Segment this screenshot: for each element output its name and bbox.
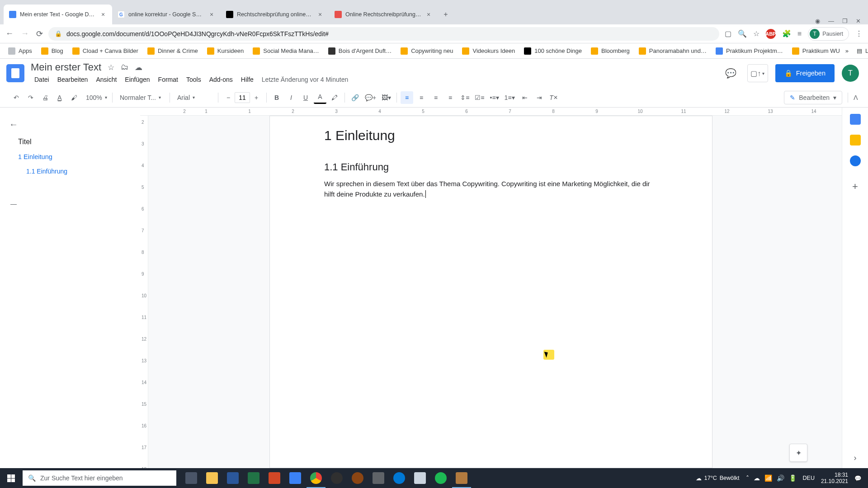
edge-taskbar-icon[interactable] [389,468,410,488]
line-spacing-button[interactable]: ⇕≡ [458,91,471,104]
insert-image-button[interactable]: 🖼▾ [380,91,393,104]
align-justify-button[interactable]: ≡ [444,91,457,104]
tray-chevron-icon[interactable]: ˄ [746,474,749,482]
bookmark-item[interactable]: Cload + Canva Bilder [69,45,142,57]
insert-comment-button[interactable]: 💬+ [363,91,378,104]
weather-widget[interactable]: ☁ 17°C Bewölkt [696,475,740,482]
menu-addons[interactable]: Add-ons [206,74,236,85]
vertical-ruler[interactable]: 23456789101112131415161718 [140,116,148,468]
browser-tab[interactable]: Mein erster Text - Google Docs × [4,5,112,24]
close-icon[interactable]: × [425,11,432,18]
close-icon[interactable]: × [99,11,107,18]
minimize-icon[interactable]: — [828,18,834,24]
app-taskbar-icon[interactable] [368,468,389,488]
profile-button[interactable]: T Pausiert [808,27,849,41]
move-icon[interactable]: 🗂 [121,63,128,72]
address-bar[interactable]: 🔒 docs.google.com/document/d/1OOoPQeHD4J… [48,27,719,41]
bookmark-item[interactable]: 100 schöne Dinge [520,45,585,57]
close-window-icon[interactable]: ✕ [856,18,861,24]
expand-panel-button[interactable]: › [854,453,857,463]
bookmark-item[interactable]: Blog [38,45,67,57]
horizontal-ruler[interactable]: 21123456789101112131415161718 [140,108,842,116]
clock[interactable]: 18:31 21.10.2021 [821,472,848,485]
bookmark-item[interactable]: Videokurs Ideen [458,45,519,57]
task-view-button[interactable] [181,468,202,488]
powerpoint-taskbar-icon[interactable] [264,468,285,488]
comments-button[interactable]: 💬 [722,64,740,82]
text-color-button[interactable]: A [314,91,326,104]
checklist-button[interactable]: ☑≡ [473,91,486,104]
bookmark-item[interactable]: Social Media Mana… [249,45,323,57]
bookmark-apps[interactable]: Apps [5,45,36,57]
battery-icon[interactable]: 🔋 [789,474,797,482]
reading-list-button[interactable]: ▤Leseliste [853,45,868,56]
number-list-button[interactable]: 1≡▾ [503,91,517,104]
menu-format[interactable]: Format [155,74,182,85]
menu-help[interactable]: Hilfe [237,74,257,85]
paint-format-button[interactable]: 🖌 [68,91,80,104]
spellcheck-button[interactable]: A̲ [53,91,66,104]
chrome-taskbar-icon[interactable] [306,468,326,488]
bookmarks-overflow[interactable]: » [845,47,849,54]
menu-insert[interactable]: Einfügen [121,74,153,85]
highlight-button[interactable]: 🖍 [328,91,341,104]
camera-icon[interactable]: ▢ [725,29,731,38]
present-button[interactable]: ▢↑▾ [747,64,768,82]
maximize-icon[interactable]: ❐ [842,18,848,24]
insert-link-button[interactable]: 🔗 [349,91,361,104]
last-edit-status[interactable]: Letzte Änderung vor 4 Minuten [258,74,352,85]
underline-button[interactable]: U [299,91,312,104]
align-left-button[interactable]: ≡ [401,91,413,104]
increase-font-button[interactable]: + [250,91,263,104]
redo-button[interactable]: ↷ [24,91,37,104]
outdent-button[interactable]: ⇤ [519,91,531,104]
new-tab-button[interactable]: + [439,8,452,21]
indent-button[interactable]: ⇥ [533,91,546,104]
outline-title[interactable]: Titel [5,134,136,150]
app-taskbar-icon[interactable] [285,468,306,488]
excel-taskbar-icon[interactable] [243,468,264,488]
docs-home-icon[interactable] [6,64,24,82]
windows-search-input[interactable]: 🔍 Zur Suche Text hier eingeben [23,470,176,486]
explore-button[interactable]: ✦ [789,444,807,462]
paragraph-style-select[interactable]: Normaler T...▾ [116,94,166,101]
decrease-font-button[interactable]: − [222,91,235,104]
account-avatar[interactable]: T [842,65,859,82]
share-button[interactable]: 🔒 Freigeben [775,64,835,82]
reload-button[interactable]: ⟳ [36,29,43,39]
outline-collapse-button[interactable]: ← [5,115,23,134]
italic-button[interactable]: I [285,91,297,104]
zoom-select[interactable]: 100%▾ [82,94,108,101]
app-taskbar-icon[interactable] [451,468,472,488]
onedrive-icon[interactable]: ☁ [754,474,760,482]
star-icon[interactable]: ☆ [108,63,114,72]
menu-icon[interactable]: ⋮ [855,29,863,38]
bookmark-item[interactable]: Copywriting neu [397,45,457,57]
bookmark-item[interactable]: Bloomberg [587,45,633,57]
add-addon-button[interactable]: + [852,181,858,192]
wifi-icon[interactable]: 📶 [764,474,772,482]
zoom-icon[interactable]: 🔍 [738,29,747,38]
document-title[interactable]: Mein erster Text [31,61,101,73]
browser-tab[interactable]: Rechtschreibprüfung online | Du × [221,5,329,24]
volume-icon[interactable]: 🔊 [777,474,784,482]
bookmark-item[interactable]: Kursideen [203,45,248,57]
bookmark-star-icon[interactable]: ☆ [753,29,760,38]
account-icon[interactable]: ◉ [815,18,820,24]
editing-mode-select[interactable]: ✎ Bearbeiten ▾ [784,91,842,104]
browser-tab[interactable]: G online korrektur - Google Suche × [112,5,221,24]
adblock-extension-icon[interactable]: ABP [766,29,776,39]
notepad-taskbar-icon[interactable] [410,468,430,488]
menu-file[interactable]: Datei [31,74,53,85]
app-taskbar-icon[interactable] [347,468,368,488]
close-icon[interactable]: × [316,11,324,18]
font-select[interactable]: Arial▾ [174,94,214,101]
readlist-icon[interactable]: ≡ [797,30,802,38]
bookmark-item[interactable]: Praktikum WU [788,45,844,57]
outline-heading-1[interactable]: 1 Einleitung [5,150,136,164]
calendar-icon[interactable] [850,114,861,125]
document-page[interactable]: 1 Einleitung 1.1 Einführung Wir sprechen… [269,116,712,468]
cloud-status-icon[interactable]: ☁ [135,63,142,72]
collapse-toolbar-button[interactable]: ᐱ [854,94,858,101]
keyboard-lang[interactable]: DEU [803,475,815,481]
